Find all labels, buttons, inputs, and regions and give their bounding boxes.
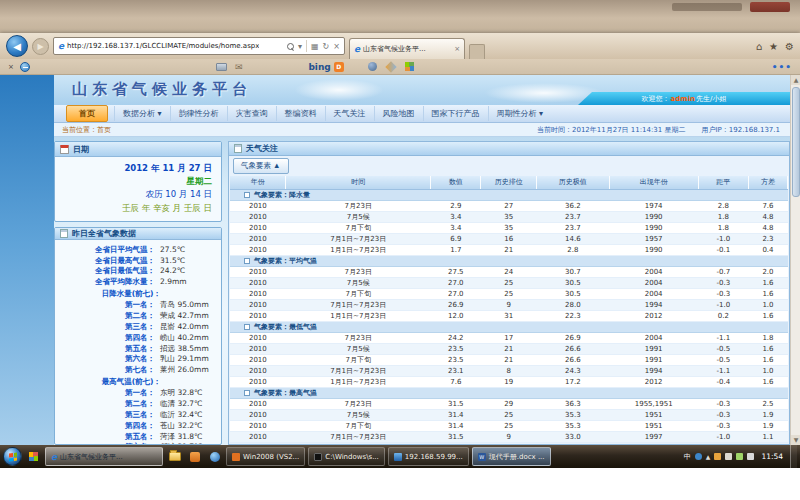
nav-item-首页[interactable]: 首页 (66, 105, 108, 122)
group-checkbox-icon[interactable] (244, 390, 250, 396)
blue-app-taskbar-icon[interactable] (206, 447, 223, 466)
tray-expand-icon[interactable]: ▲ (706, 453, 711, 460)
forward-button[interactable]: ▶ (32, 38, 49, 55)
messenger-icon[interactable] (368, 62, 377, 71)
table-cell: -0.3 (698, 409, 748, 420)
tray-network-app-icon[interactable] (695, 453, 702, 460)
taskbar-ie-window-button[interactable]: e 山东省气候业务平... (45, 447, 163, 466)
welcome-suffix: 先生/小姐 (696, 94, 726, 104)
rank-value: 荣成 42.7mm (155, 311, 209, 322)
addon-logo-icon[interactable] (20, 62, 30, 72)
sparkle-icon[interactable] (385, 61, 396, 72)
back-button[interactable]: ◀ (6, 35, 28, 57)
column-header[interactable]: 年份 (230, 176, 286, 189)
explorer-icon[interactable] (166, 447, 183, 466)
table-cell: 1.0 (748, 365, 787, 376)
table-cell: 9 (481, 299, 537, 310)
nav-item-天气关注[interactable]: 天气关注 (325, 106, 374, 121)
column-header[interactable]: 方差 (748, 176, 787, 189)
scroll-up-icon[interactable]: ▲ (791, 75, 800, 85)
table-group-row[interactable]: 气象要素：降水量 (230, 189, 788, 200)
column-header[interactable]: 时间 (286, 176, 431, 189)
tab-title[interactable]: 山东省气候业务平... (363, 44, 451, 54)
stop-icon[interactable]: × (333, 42, 340, 51)
mail-icon[interactable]: ✉ (235, 62, 243, 72)
table-row: 20107月23日31.52936.31955,1951-0.32.5 (230, 398, 788, 409)
column-header[interactable]: 距平 (698, 176, 748, 189)
close-toolbar-icon[interactable]: × (8, 63, 14, 71)
element-filter-button[interactable]: 气象要素 ▲ (233, 158, 289, 174)
group-checkbox-icon[interactable] (244, 192, 250, 198)
tray-volume-icon[interactable] (747, 453, 754, 460)
rank-item: 第五名：菏泽 31.8℃ (59, 432, 217, 443)
scrollbar-thumb[interactable] (792, 87, 800, 197)
table-cell: 7月5候 (286, 277, 431, 288)
column-header[interactable]: 历史排位 (481, 176, 537, 189)
table-cell: -0.4 (698, 376, 748, 387)
nav-item-风险地图[interactable]: 风险地图 (374, 106, 423, 121)
nav-item-整编资料[interactable]: 整编资料 (276, 106, 325, 121)
tray-flag-icon[interactable] (725, 453, 732, 460)
table-cell: 2010 (230, 365, 286, 376)
table-cell: 2010 (230, 420, 286, 431)
ime-indicator[interactable]: 中 (684, 452, 691, 462)
vertical-scrollbar[interactable]: ▲ ▼ (790, 75, 800, 445)
bing-logo[interactable]: bing D (308, 62, 343, 72)
column-header[interactable]: 历史极值 (537, 176, 609, 189)
tray-network-icon[interactable] (736, 453, 743, 460)
nav-item-韵律性分析[interactable]: 韵律性分析 (170, 106, 227, 121)
address-bar[interactable]: e http://192.168.137.1/GLCCLIMATE/module… (53, 37, 345, 55)
overflow-menu-icon[interactable]: ••• (772, 62, 792, 72)
tab-close-icon[interactable]: × (454, 45, 460, 53)
settings-gear-icon[interactable]: ⚙ (785, 41, 794, 52)
new-tab-button[interactable] (469, 44, 485, 59)
nav-item-周期性分析 ▾[interactable]: 周期性分析 ▾ (488, 106, 552, 121)
scroll-down-icon[interactable]: ▼ (791, 435, 800, 445)
background-window (672, 3, 742, 11)
table-group-row[interactable]: 气象要素：平均气温 (230, 255, 788, 266)
taskbar-clock[interactable]: 11:54 (761, 452, 783, 461)
apps-icon[interactable] (405, 62, 414, 71)
nav-item-国家下行产品[interactable]: 国家下行产品 (423, 106, 488, 121)
taskbar-window-button[interactable]: 192.168.59.99... (388, 447, 469, 466)
nav-item-灾害查询[interactable]: 灾害查询 (227, 106, 276, 121)
browser-tab[interactable]: e 山东省气候业务平... × (349, 38, 465, 59)
table-cell: 2010 (230, 233, 286, 244)
column-header[interactable]: 出现年份 (609, 176, 698, 189)
table-group-row[interactable]: 气象要素：最低气温 (230, 321, 788, 332)
card-icon[interactable] (216, 63, 227, 71)
orange-app-taskbar-icon[interactable] (186, 447, 203, 466)
show-desktop-button[interactable] (790, 445, 797, 468)
stat-label: 全省日最低气温： (59, 266, 155, 277)
nav-item-数据分析 ▾[interactable]: 数据分析 ▾ (114, 106, 170, 121)
refresh-icon[interactable]: ↻ (323, 42, 330, 51)
table-cell: -0.3 (698, 398, 748, 409)
page-left-gutter (0, 75, 54, 445)
taskbar-window-label: Win2008 (VS2... (243, 453, 299, 461)
table-cell: 27 (481, 200, 537, 211)
rank-label: 第三名： (59, 410, 155, 421)
group-checkbox-icon[interactable] (244, 258, 250, 264)
column-header[interactable]: 数值 (431, 176, 481, 189)
search-dropdown-icon[interactable]: ▾ (298, 42, 302, 51)
table-cell: 7月1日~7月23日 (286, 233, 431, 244)
tray-download-icon[interactable] (714, 453, 721, 460)
url-text[interactable]: http://192.168.137.1/GLCCLIMATE/modules/… (67, 42, 259, 50)
pinned-app-icon[interactable] (25, 447, 42, 466)
compatibility-view-icon[interactable]: ▦ (311, 42, 319, 51)
start-button[interactable] (3, 447, 22, 466)
search-icon[interactable] (287, 43, 294, 50)
table-cell: 1951 (609, 409, 698, 420)
orange-app-icon[interactable]: D (334, 62, 344, 72)
home-icon[interactable]: ⌂ (756, 41, 762, 52)
group-checkbox-icon[interactable] (244, 324, 250, 330)
taskbar-window-button[interactable]: C:\Windows\s... (308, 447, 385, 466)
table-cell: 2010 (230, 222, 286, 233)
table-group-row[interactable]: 气象要素：最高气温 (230, 387, 788, 398)
taskbar-window-button[interactable]: W现代手册.docx ... (472, 447, 551, 466)
rank-section-heading: 最高气温(前七)： (59, 377, 217, 388)
table-cell: 2010 (230, 211, 286, 222)
table-cell: 7月1日~7月23日 (286, 365, 431, 376)
favorites-star-icon[interactable]: ★ (769, 41, 778, 52)
taskbar-window-button[interactable]: Win2008 (VS2... (226, 447, 305, 466)
